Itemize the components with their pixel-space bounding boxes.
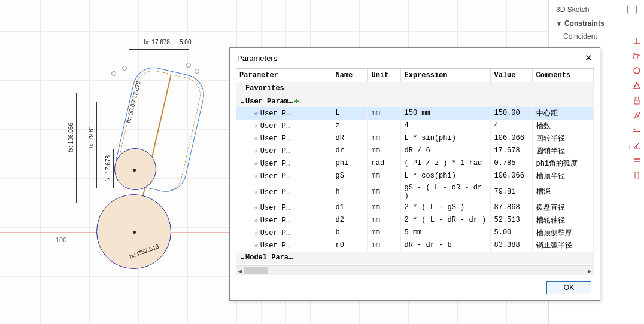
cell[interactable]: 5 mm [400, 227, 490, 239]
col-comments[interactable]: Comments [532, 69, 594, 82]
cell[interactable]: L [332, 107, 367, 120]
cell[interactable]: phi [332, 157, 367, 170]
cell[interactable]: r0 [332, 239, 367, 252]
parameters-table[interactable]: Parameter Name Unit Expression Value Com… [236, 69, 594, 265]
cell[interactable]: h [332, 182, 367, 201]
cell[interactable]: 2 * ( L - gS ) [400, 201, 490, 214]
col-unit[interactable]: Unit [367, 69, 400, 82]
scroll-left-icon[interactable]: ◄ [236, 266, 244, 276]
cell[interactable]: 79.81 [490, 182, 532, 201]
cell[interactable]: z [332, 120, 367, 132]
cell[interactable]: d1 [332, 201, 367, 214]
favorite-star-icon[interactable]: ★ [254, 159, 259, 168]
cell[interactable]: 2 * ( L - dR - dr ) [400, 214, 490, 227]
panel-constraints-header[interactable]: ▼Constraints [550, 17, 643, 30]
cell[interactable]: mm [367, 107, 400, 120]
horizontal-scrollbar[interactable]: ◄ ► [236, 265, 594, 275]
ok-button[interactable]: OK [546, 281, 591, 294]
circle-icon[interactable] [630, 63, 643, 78]
favorite-star-icon[interactable]: ★ [254, 203, 259, 212]
parameter-row[interactable]: ★User P…dRmmL * sin(phi)106.066回转半径 [236, 132, 594, 145]
cell[interactable]: 槽顶侧壁厚 [532, 227, 594, 239]
cell[interactable]: ( PI / z ) * 1 rad [400, 157, 490, 170]
cell[interactable]: 槽轮轴径 [532, 214, 594, 227]
dimension-label[interactable]: fx: 106.066 [68, 123, 74, 152]
favorite-star-icon[interactable]: ★ [254, 228, 259, 237]
tangent-icon[interactable] [630, 48, 643, 63]
cell[interactable]: mm [367, 201, 400, 214]
triangle-icon[interactable] [630, 78, 643, 93]
cell[interactable] [367, 120, 400, 132]
favorite-star-icon[interactable]: ★ [254, 188, 259, 197]
parameter-row[interactable]: ★User P…hmmgS - ( L - dR - dr )79.81槽深 [236, 182, 594, 201]
cell[interactable]: mm [367, 145, 400, 157]
parameter-row[interactable]: ★User P…bmm5 mm5.00槽顶侧壁厚 [236, 227, 594, 239]
cell[interactable]: mm [367, 239, 400, 252]
parallel-icon[interactable] [630, 108, 643, 123]
cell[interactable]: dR - dr - b [400, 239, 490, 252]
dimension-label[interactable]: fx: 79.81 [88, 126, 95, 148]
cell[interactable]: d2 [332, 214, 367, 227]
panel-3d-sketch[interactable]: 3D Sketch [550, 2, 643, 17]
col-name[interactable]: Name [332, 69, 367, 82]
angle-icon[interactable] [630, 138, 643, 152]
sketch-handle[interactable] [111, 71, 116, 76]
dialog-titlebar[interactable]: Parameters ✕ [230, 48, 600, 68]
cell[interactable]: 0.785 [490, 157, 532, 170]
favorite-star-icon[interactable]: ★ [254, 121, 259, 130]
group-row[interactable]: ⌄User Param…✚ [236, 94, 594, 107]
favorite-star-icon[interactable]: ★ [254, 172, 259, 181]
cell[interactable]: dr [332, 145, 367, 157]
bracket-icon[interactable] [630, 168, 643, 182]
checkbox-icon[interactable] [627, 5, 637, 14]
parameter-row[interactable]: ★User P…Lmm150 mm150.00中心距 [236, 107, 594, 120]
close-icon[interactable]: ✕ [585, 53, 593, 63]
favorite-star-icon[interactable]: ★ [254, 146, 259, 155]
cell[interactable]: gS - ( L - dR - dr ) [400, 182, 490, 201]
lock-icon[interactable] [630, 93, 643, 108]
cell[interactable]: 4 [490, 120, 532, 132]
group-row[interactable]: Favorites [236, 82, 594, 94]
cell[interactable]: mm [367, 132, 400, 145]
col-expression[interactable]: Expression [400, 69, 490, 82]
cell[interactable]: mm [367, 227, 400, 239]
perpendicular-icon[interactable] [630, 33, 643, 48]
group-row[interactable]: ⌄Model Para… [236, 252, 594, 264]
cell[interactable]: 150 mm [400, 107, 490, 120]
cell[interactable]: rad [367, 157, 400, 170]
cell[interactable]: 83.388 [490, 239, 532, 252]
cell[interactable]: 槽数 [532, 120, 594, 132]
cell[interactable]: 槽深 [532, 182, 594, 201]
parameter-row[interactable]: ★User P…d2mm2 * ( L - dR - dr )52.513槽轮轴… [236, 214, 594, 227]
caret-icon[interactable]: ⌄ [239, 97, 245, 105]
favorite-star-icon[interactable]: ★ [254, 241, 259, 250]
cell[interactable]: 52.513 [490, 214, 532, 227]
scroll-thumb[interactable] [244, 267, 268, 274]
favorite-star-icon[interactable]: ★ [254, 109, 259, 118]
parameter-row[interactable]: ★User P…d1mm2 * ( L - gS )87.868拨盘直径 [236, 201, 594, 214]
parameter-row[interactable]: ★User P…gSmmL * cos(phi)106.066槽顶半径 [236, 170, 594, 182]
cell[interactable]: 4 [400, 120, 490, 132]
dimension-label[interactable]: fx: 17.678 [144, 39, 170, 45]
cell[interactable]: 150.00 [490, 107, 532, 120]
parameter-row[interactable]: ★User P…z44槽数 [236, 120, 594, 132]
cell[interactable]: mm [367, 170, 400, 182]
cell[interactable]: 拨盘直径 [532, 201, 594, 214]
col-value[interactable]: Value [490, 69, 532, 82]
cell[interactable]: gS [332, 170, 367, 182]
equal-icon[interactable] [630, 153, 643, 167]
favorite-star-icon[interactable]: ★ [254, 134, 259, 143]
parameter-row[interactable]: ★User P…r0mmdR - dr - b83.388锁止弧半径 [236, 239, 594, 252]
sketch-handle[interactable] [122, 66, 127, 71]
cell[interactable]: dR [332, 132, 367, 145]
sketch-handle[interactable] [195, 69, 199, 74]
cell[interactable]: phi角的弧度 [532, 157, 594, 170]
constraint-coincident[interactable]: Coincident [550, 30, 643, 43]
cell[interactable]: mm [367, 182, 400, 201]
sketch-handle[interactable] [186, 63, 191, 68]
dimension-label[interactable]: 5.00 [180, 39, 191, 45]
col-parameter[interactable]: Parameter [236, 69, 332, 82]
cell[interactable]: b [332, 227, 367, 239]
cell[interactable]: L * cos(phi) [400, 170, 490, 182]
scroll-right-icon[interactable]: ► [585, 266, 594, 276]
